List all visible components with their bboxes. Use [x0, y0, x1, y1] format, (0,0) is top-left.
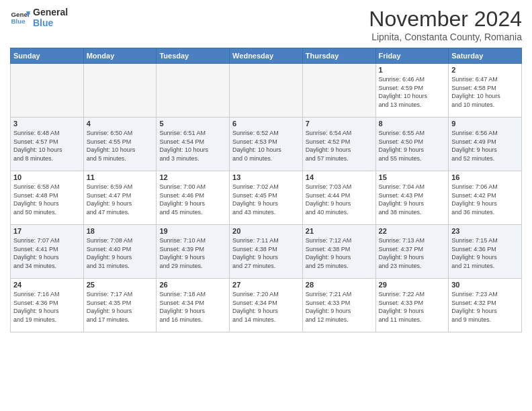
- day-info: Sunrise: 6:46 AM Sunset: 4:59 PM Dayligh…: [379, 75, 446, 109]
- calendar-cell: 15Sunrise: 7:04 AM Sunset: 4:43 PM Dayli…: [375, 171, 449, 225]
- calendar-cell: 26Sunrise: 7:18 AM Sunset: 4:34 PM Dayli…: [157, 279, 230, 332]
- day-number: 22: [379, 227, 446, 235]
- calendar-cell: 28Sunrise: 7:21 AM Sunset: 4:33 PM Dayli…: [302, 279, 375, 332]
- calendar-cell: 21Sunrise: 7:12 AM Sunset: 4:38 PM Dayli…: [302, 225, 375, 279]
- day-number: 17: [13, 227, 81, 235]
- calendar-table: SundayMondayTuesdayWednesdayThursdayFrid…: [10, 48, 522, 332]
- day-info: Sunrise: 6:55 AM Sunset: 4:50 PM Dayligh…: [379, 129, 446, 163]
- col-header-thursday: Thursday: [302, 48, 375, 64]
- day-number: 11: [87, 173, 154, 181]
- day-number: 13: [232, 173, 300, 181]
- day-info: Sunrise: 6:54 AM Sunset: 4:52 PM Dayligh…: [306, 129, 373, 163]
- day-number: 29: [379, 281, 446, 289]
- month-title: November 2024: [369, 7, 522, 32]
- calendar-cell: 14Sunrise: 7:03 AM Sunset: 4:44 PM Dayli…: [302, 171, 375, 225]
- day-info: Sunrise: 6:51 AM Sunset: 4:54 PM Dayligh…: [159, 129, 226, 163]
- calendar-cell: [230, 64, 303, 118]
- week-row-1: 1Sunrise: 6:46 AM Sunset: 4:59 PM Daylig…: [11, 64, 522, 118]
- col-header-wednesday: Wednesday: [230, 48, 303, 64]
- day-info: Sunrise: 7:16 AM Sunset: 4:36 PM Dayligh…: [13, 290, 81, 324]
- calendar-cell: 30Sunrise: 7:23 AM Sunset: 4:32 PM Dayli…: [449, 279, 522, 332]
- calendar-cell: [83, 64, 157, 118]
- day-number: 18: [87, 227, 154, 235]
- day-number: 20: [232, 227, 300, 235]
- title-block: November 2024 Lipnita, Constanta County,…: [369, 7, 522, 42]
- calendar-cell: 22Sunrise: 7:13 AM Sunset: 4:37 PM Dayli…: [375, 225, 449, 279]
- day-info: Sunrise: 7:17 AM Sunset: 4:35 PM Dayligh…: [87, 290, 154, 324]
- day-info: Sunrise: 6:58 AM Sunset: 4:48 PM Dayligh…: [13, 183, 81, 216]
- calendar-cell: 5Sunrise: 6:51 AM Sunset: 4:54 PM Daylig…: [157, 118, 230, 171]
- day-number: 3: [13, 120, 81, 128]
- calendar-cell: 24Sunrise: 7:16 AM Sunset: 4:36 PM Dayli…: [11, 279, 84, 332]
- day-number: 14: [306, 173, 373, 181]
- calendar-cell: 25Sunrise: 7:17 AM Sunset: 4:35 PM Dayli…: [83, 279, 157, 332]
- week-row-3: 10Sunrise: 6:58 AM Sunset: 4:48 PM Dayli…: [11, 171, 522, 225]
- calendar-cell: 17Sunrise: 7:07 AM Sunset: 4:41 PM Dayli…: [11, 225, 84, 279]
- calendar-cell: 7Sunrise: 6:54 AM Sunset: 4:52 PM Daylig…: [302, 118, 375, 171]
- day-info: Sunrise: 7:02 AM Sunset: 4:45 PM Dayligh…: [232, 183, 300, 216]
- calendar-cell: [157, 64, 230, 118]
- calendar-cell: 8Sunrise: 6:55 AM Sunset: 4:50 PM Daylig…: [375, 118, 449, 171]
- col-header-monday: Monday: [83, 48, 157, 64]
- day-number: 16: [451, 173, 519, 181]
- calendar-cell: 12Sunrise: 7:00 AM Sunset: 4:46 PM Dayli…: [157, 171, 230, 225]
- calendar-cell: 2Sunrise: 6:47 AM Sunset: 4:58 PM Daylig…: [449, 64, 522, 118]
- day-number: 5: [159, 120, 226, 128]
- calendar-cell: 20Sunrise: 7:11 AM Sunset: 4:38 PM Dayli…: [230, 225, 303, 279]
- day-info: Sunrise: 7:22 AM Sunset: 4:33 PM Dayligh…: [379, 290, 446, 324]
- day-info: Sunrise: 7:13 AM Sunset: 4:37 PM Dayligh…: [379, 236, 446, 270]
- day-number: 10: [13, 173, 81, 181]
- svg-text:Blue: Blue: [11, 17, 26, 25]
- calendar-cell: 10Sunrise: 6:58 AM Sunset: 4:48 PM Dayli…: [11, 171, 84, 225]
- day-info: Sunrise: 7:00 AM Sunset: 4:46 PM Dayligh…: [159, 183, 226, 216]
- day-number: 15: [379, 173, 446, 181]
- day-info: Sunrise: 7:06 AM Sunset: 4:42 PM Dayligh…: [451, 183, 519, 216]
- week-row-4: 17Sunrise: 7:07 AM Sunset: 4:41 PM Dayli…: [11, 225, 522, 279]
- day-info: Sunrise: 7:15 AM Sunset: 4:36 PM Dayligh…: [451, 236, 519, 270]
- calendar-cell: 4Sunrise: 6:50 AM Sunset: 4:55 PM Daylig…: [83, 118, 157, 171]
- day-info: Sunrise: 7:08 AM Sunset: 4:40 PM Dayligh…: [87, 236, 154, 270]
- calendar-cell: [11, 64, 84, 118]
- day-info: Sunrise: 7:12 AM Sunset: 4:38 PM Dayligh…: [306, 236, 373, 270]
- day-number: 8: [379, 120, 446, 128]
- calendar-cell: 18Sunrise: 7:08 AM Sunset: 4:40 PM Dayli…: [83, 225, 157, 279]
- day-info: Sunrise: 6:56 AM Sunset: 4:49 PM Dayligh…: [451, 129, 519, 163]
- day-info: Sunrise: 6:50 AM Sunset: 4:55 PM Dayligh…: [87, 129, 154, 163]
- header-row: SundayMondayTuesdayWednesdayThursdayFrid…: [11, 48, 522, 64]
- day-info: Sunrise: 7:20 AM Sunset: 4:34 PM Dayligh…: [232, 290, 300, 324]
- day-number: 24: [13, 281, 81, 289]
- col-header-saturday: Saturday: [449, 48, 522, 64]
- day-info: Sunrise: 6:47 AM Sunset: 4:58 PM Dayligh…: [451, 75, 519, 109]
- location-subtitle: Lipnita, Constanta County, Romania: [369, 32, 522, 42]
- day-number: 30: [451, 281, 519, 289]
- day-number: 2: [451, 66, 519, 74]
- day-number: 19: [159, 227, 226, 235]
- day-number: 23: [451, 227, 519, 235]
- day-number: 1: [379, 66, 446, 74]
- week-row-2: 3Sunrise: 6:48 AM Sunset: 4:57 PM Daylig…: [11, 118, 522, 171]
- day-number: 12: [159, 173, 226, 181]
- calendar-cell: 11Sunrise: 6:59 AM Sunset: 4:47 PM Dayli…: [83, 171, 157, 225]
- calendar-cell: 16Sunrise: 7:06 AM Sunset: 4:42 PM Dayli…: [449, 171, 522, 225]
- logo: General Blue General Blue: [10, 7, 68, 28]
- calendar-cell: 23Sunrise: 7:15 AM Sunset: 4:36 PM Dayli…: [449, 225, 522, 279]
- day-info: Sunrise: 7:21 AM Sunset: 4:33 PM Dayligh…: [306, 290, 373, 324]
- day-number: 6: [232, 120, 300, 128]
- day-number: 26: [159, 281, 226, 289]
- day-info: Sunrise: 6:52 AM Sunset: 4:53 PM Dayligh…: [232, 129, 300, 163]
- day-info: Sunrise: 7:11 AM Sunset: 4:38 PM Dayligh…: [232, 236, 300, 270]
- day-number: 9: [451, 120, 519, 128]
- calendar-cell: 3Sunrise: 6:48 AM Sunset: 4:57 PM Daylig…: [11, 118, 84, 171]
- calendar-cell: 9Sunrise: 6:56 AM Sunset: 4:49 PM Daylig…: [449, 118, 522, 171]
- day-number: 25: [87, 281, 154, 289]
- col-header-tuesday: Tuesday: [157, 48, 230, 64]
- day-number: 7: [306, 120, 373, 128]
- day-info: Sunrise: 6:59 AM Sunset: 4:47 PM Dayligh…: [87, 183, 154, 216]
- day-info: Sunrise: 7:07 AM Sunset: 4:41 PM Dayligh…: [13, 236, 81, 270]
- logo-icon: General Blue: [10, 7, 30, 28]
- day-info: Sunrise: 7:23 AM Sunset: 4:32 PM Dayligh…: [451, 290, 519, 324]
- page: General Blue General Blue November 2024 …: [0, 0, 532, 411]
- week-row-5: 24Sunrise: 7:16 AM Sunset: 4:36 PM Dayli…: [11, 279, 522, 332]
- day-number: 27: [232, 281, 300, 289]
- calendar-cell: 19Sunrise: 7:10 AM Sunset: 4:39 PM Dayli…: [157, 225, 230, 279]
